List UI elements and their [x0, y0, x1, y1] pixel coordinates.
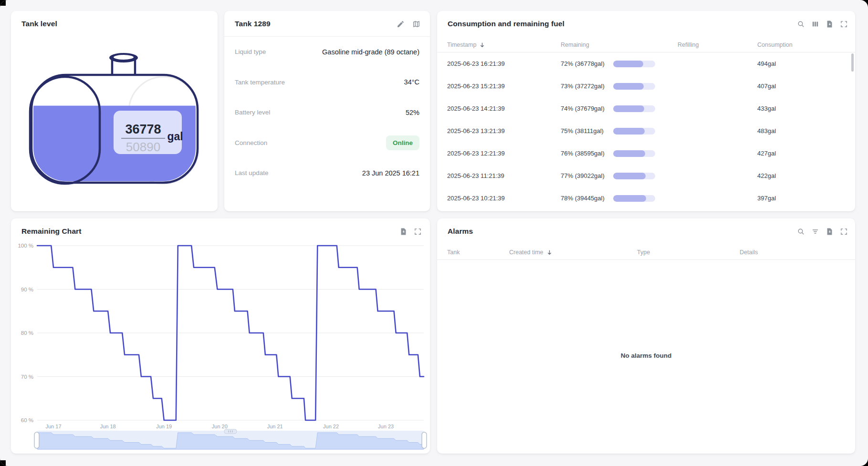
alarms-table-header: TankCreated timeTypeDetails	[437, 245, 855, 260]
brush-handle-left[interactable]	[34, 432, 39, 448]
detail-row: Battery level52%	[224, 97, 430, 128]
x-axis-label: Jun 17	[46, 424, 62, 429]
remaining-text: 75% (38111gal)	[561, 127, 610, 135]
remaining-progress-fill	[613, 61, 643, 67]
column-header-refilling[interactable]: Refilling	[678, 41, 757, 48]
table-row[interactable]: 2025-06-23 10:21:3978% (39445gal)397gal	[437, 187, 855, 209]
x-axis-label: Jun 18	[100, 424, 116, 429]
status-badge: Online	[386, 135, 419, 150]
consumption-cell: 483gal	[757, 127, 845, 135]
fullscreen-icon[interactable]	[840, 228, 848, 236]
remaining-line-chart: 100 %90 %80 %70 %60 %Jun 17Jun 18Jun 19J…	[11, 218, 430, 454]
remaining-progress-fill	[613, 83, 644, 90]
export-icon[interactable]	[826, 20, 834, 28]
detail-label: Liquid type	[235, 48, 266, 55]
y-axis-label: 80 %	[21, 330, 33, 336]
detail-row: Tank temperature34°C	[224, 67, 430, 98]
table-row[interactable]: 2025-06-23 15:21:3973% (37272gal)407gal	[437, 75, 855, 97]
consumption-cell: 494gal	[757, 60, 845, 67]
table-row[interactable]: 2025-06-23 14:21:3974% (37679gal)433gal	[437, 97, 855, 120]
tank-details-card: Tank 1289 Liquid typeGasoline mid-grade …	[224, 11, 430, 211]
dashboard: Tank level 36778 50890 gal	[0, 0, 868, 466]
remaining-cell: 78% (39445gal)	[561, 195, 678, 202]
consumption-title: Consumption and remaining fuel	[448, 20, 565, 28]
detail-value: 34°C	[404, 78, 419, 86]
alarms-card: Alarms TankCreated timeTypeDetails No al…	[437, 218, 855, 454]
timestamp-cell: 2025-06-23 10:21:39	[447, 195, 561, 202]
column-header-tank[interactable]: Tank	[447, 249, 509, 256]
table-row[interactable]: 2025-06-23 11:21:3977% (39022gal)422gal	[437, 165, 855, 187]
consumption-table-header: TimestampRemainingRefillingConsumption	[437, 38, 855, 52]
remaining-text: 77% (39022gal)	[561, 172, 610, 179]
column-header-details[interactable]: Details	[740, 249, 845, 256]
y-axis-label: 100 %	[18, 243, 33, 249]
column-header-created-time[interactable]: Created time	[509, 249, 637, 256]
detail-row: Last update23 Jun 2025 16:21	[224, 158, 430, 188]
tank-unit-label: gal	[167, 130, 183, 143]
export-icon[interactable]	[826, 228, 834, 236]
column-label: Consumption	[757, 41, 793, 48]
column-label: Type	[637, 249, 650, 256]
table-row[interactable]: 2025-06-23 16:21:3972% (36778gal)494gal	[437, 52, 855, 75]
column-header-timestamp[interactable]: Timestamp	[447, 41, 561, 49]
y-axis-label: 70 %	[21, 374, 33, 380]
consumption-card: Consumption and remaining fuel Timestamp…	[437, 11, 855, 211]
consumption-cell: 427gal	[757, 150, 845, 157]
remaining-cell: 74% (37679gal)	[561, 105, 678, 112]
consumption-cell: 407gal	[757, 83, 845, 90]
x-axis-label: Jun 19	[156, 424, 172, 429]
brush-handle-right[interactable]	[422, 432, 427, 448]
table-row[interactable]: 2025-06-23 12:21:3976% (38595gal)427gal	[437, 142, 855, 165]
x-axis-label: Jun 20	[212, 424, 228, 429]
corner-artifact	[0, 0, 6, 6]
detail-label: Last update	[235, 169, 269, 176]
timestamp-cell: 2025-06-23 16:21:39	[447, 60, 561, 67]
scrollbar-thumb[interactable]	[851, 53, 854, 72]
x-axis-label: Jun 22	[323, 424, 339, 429]
remaining-progress-bar	[613, 105, 655, 112]
remaining-cell: 73% (37272gal)	[561, 83, 678, 90]
column-header-type[interactable]: Type	[637, 249, 740, 256]
remaining-progress-bar	[613, 61, 655, 67]
remaining-progress-bar	[613, 195, 655, 202]
remaining-progress-fill	[613, 195, 646, 202]
detail-row: ConnectionOnline	[224, 128, 430, 158]
detail-row: Liquid typeGasoline mid-grade (89 octane…	[224, 37, 430, 67]
x-axis-label: Jun 21	[267, 424, 283, 429]
timestamp-cell: 2025-06-23 15:21:39	[447, 83, 561, 90]
sort-desc-icon	[546, 249, 553, 256]
alarms-title: Alarms	[448, 227, 473, 236]
search-icon[interactable]	[797, 228, 805, 236]
timestamp-cell: 2025-06-23 12:21:39	[447, 150, 561, 157]
detail-label: Tank temperature	[235, 79, 285, 86]
columns-icon[interactable]	[811, 20, 819, 28]
column-label: Created time	[509, 249, 544, 256]
no-alarms-message: No alarms found	[437, 352, 855, 359]
map-icon[interactable]	[412, 20, 420, 28]
detail-value: 52%	[406, 109, 419, 116]
column-header-remaining[interactable]: Remaining	[561, 41, 678, 48]
remaining-progress-fill	[613, 128, 645, 135]
detail-value: 23 Jun 2025 16:21	[362, 169, 419, 177]
timestamp-cell: 2025-06-23 14:21:39	[447, 105, 561, 112]
column-label: Remaining	[561, 41, 589, 48]
filter-icon[interactable]	[811, 228, 819, 236]
consumption-cell: 433gal	[757, 105, 845, 112]
edit-icon[interactable]	[397, 20, 405, 28]
tank-level-card: Tank level 36778 50890 gal	[11, 11, 218, 211]
fullscreen-icon[interactable]	[840, 20, 848, 28]
remaining-progress-fill	[613, 150, 645, 157]
column-header-consumption[interactable]: Consumption	[757, 41, 845, 48]
remaining-cell: 77% (39022gal)	[561, 172, 678, 179]
remaining-chart-card: Remaining Chart 100 %90 %80 %70 %60 %Jun…	[11, 218, 430, 454]
detail-label: Connection	[235, 139, 267, 146]
remaining-progress-bar	[613, 173, 655, 179]
remaining-cell: 76% (38595gal)	[561, 150, 678, 157]
details-rows: Liquid typeGasoline mid-grade (89 octane…	[224, 37, 430, 188]
detail-value: Gasoline mid-grade (89 octane)	[322, 48, 419, 56]
table-row[interactable]: 2025-06-23 13:21:3975% (38111gal)483gal	[437, 120, 855, 142]
tank-capacity-value: 50890	[126, 140, 160, 154]
remaining-cell: 75% (38111gal)	[561, 127, 678, 135]
search-icon[interactable]	[797, 20, 805, 28]
remaining-text: 76% (38595gal)	[561, 150, 610, 157]
